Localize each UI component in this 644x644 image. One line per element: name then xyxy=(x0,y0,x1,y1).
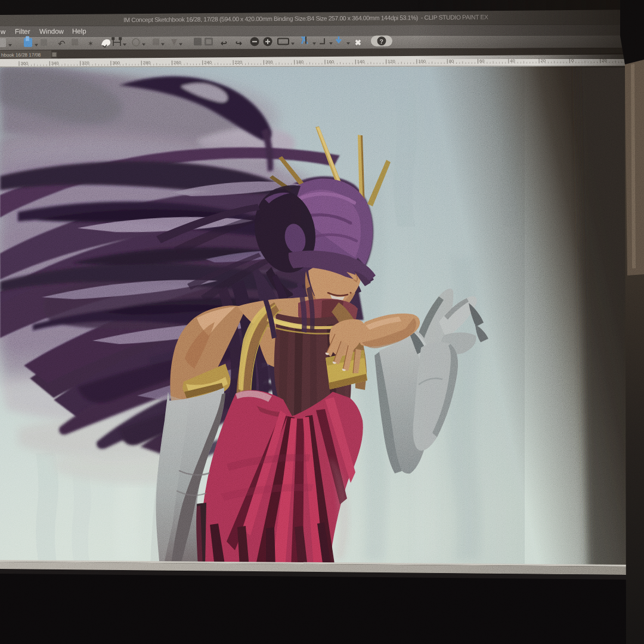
svg-text:200: 200 xyxy=(265,59,273,64)
svg-text:↪: ↪ xyxy=(236,39,242,48)
svg-text:300: 300 xyxy=(112,60,120,65)
svg-text:Help: Help xyxy=(72,27,86,35)
svg-text:240: 240 xyxy=(204,60,212,65)
svg-text:↶: ↶ xyxy=(58,38,66,48)
svg-text:Window: Window xyxy=(39,27,64,35)
svg-text:↩: ↩ xyxy=(221,39,227,48)
svg-text:120: 120 xyxy=(388,58,395,64)
svg-text:w: w xyxy=(0,28,6,35)
svg-text:280: 280 xyxy=(143,60,151,65)
svg-text:340: 340 xyxy=(51,60,59,66)
svg-text:hbook 16/28 17/08: hbook 16/28 17/08 xyxy=(1,52,41,58)
svg-text:260: 260 xyxy=(174,60,181,65)
svg-text:360: 360 xyxy=(20,60,28,66)
svg-text:?: ? xyxy=(379,38,383,45)
svg-text:180: 180 xyxy=(296,59,304,64)
svg-text:100: 100 xyxy=(418,58,426,64)
svg-text:320: 320 xyxy=(82,60,89,66)
svg-text:220: 220 xyxy=(235,59,243,64)
svg-text:160: 160 xyxy=(326,59,334,64)
svg-text:✶: ✶ xyxy=(88,39,94,48)
svg-text:Filter: Filter xyxy=(15,28,30,35)
svg-text:140: 140 xyxy=(357,58,365,64)
svg-text:✖: ✖ xyxy=(355,38,361,47)
